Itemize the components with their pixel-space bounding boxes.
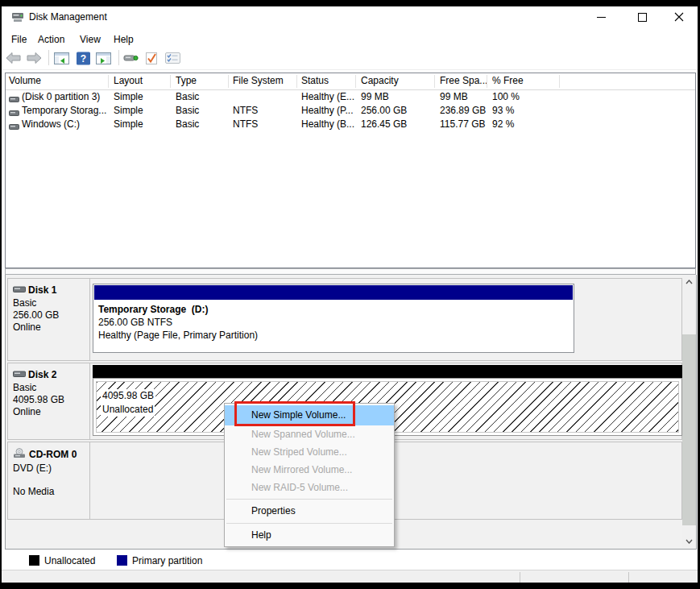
help-button[interactable]: ?	[76, 50, 91, 66]
cell-type: Basic	[176, 104, 199, 118]
console-tree-icon	[53, 52, 70, 65]
disk-management-window: Disk Management File Action View Help ?	[0, 0, 700, 589]
menu-view[interactable]: View	[77, 32, 103, 47]
close-icon	[674, 12, 684, 22]
column-header-status[interactable]: Status	[301, 75, 329, 86]
disk-status: Online	[13, 406, 89, 418]
partition-detail: 256.00 GB NTFS	[98, 316, 574, 329]
column-header-pct-free[interactable]: % Free	[492, 75, 524, 86]
cell-capacity: 99 MB	[361, 90, 389, 104]
scroll-down-button[interactable]	[682, 534, 696, 548]
disk-device-button[interactable]	[122, 50, 139, 66]
disk-kind: Basic	[13, 297, 89, 309]
column-divider[interactable]	[108, 75, 109, 88]
column-header-layout[interactable]: Layout	[114, 75, 143, 86]
cell-type: Basic	[176, 90, 199, 104]
column-divider[interactable]	[170, 75, 171, 88]
cdrom-icon	[13, 448, 27, 461]
menu-help[interactable]: Help	[111, 32, 136, 47]
disk1-info-cell[interactable]: Disk 1 Basic 256.00 GB Online	[8, 279, 90, 360]
cdrom-name: CD-ROM 0	[29, 449, 77, 460]
legend-bar: Unallocated Primary partition	[2, 550, 698, 570]
cell-free-space: 236.89 GB	[440, 104, 486, 118]
cell-file-system: NTFS	[233, 118, 258, 131]
volume-list-pane: Volume Layout Type File System Status Ca…	[5, 73, 696, 268]
cell-status: Healthy (P...	[301, 104, 353, 118]
cell-file-system: NTFS	[233, 104, 258, 118]
column-header-volume[interactable]: Volume	[9, 75, 41, 86]
maximize-button[interactable]	[630, 8, 654, 26]
action-pane-icon	[95, 52, 112, 65]
minimize-button[interactable]	[589, 8, 613, 26]
menu-separator	[226, 523, 392, 524]
column-header-type[interactable]: Type	[176, 75, 197, 86]
scrollbar-thumb[interactable]	[682, 334, 696, 525]
volume-icon	[9, 121, 19, 135]
column-divider[interactable]	[487, 75, 487, 88]
menu-item-properties[interactable]: Properties	[225, 502, 394, 521]
show-action-pane-button[interactable]	[95, 50, 112, 66]
cell-pct-free: 93 %	[492, 104, 514, 118]
pane-splitter[interactable]	[5, 268, 696, 275]
legend-swatch-unallocated	[29, 555, 39, 566]
show-console-tree-button[interactable]	[53, 50, 70, 66]
check-mark-icon	[144, 52, 159, 65]
column-divider[interactable]	[559, 75, 560, 88]
close-button[interactable]	[667, 8, 691, 26]
column-header-free-space[interactable]: Free Spa...	[440, 75, 487, 86]
disk-device-icon	[122, 52, 139, 64]
app-icon	[11, 10, 24, 27]
disk-icon	[13, 284, 26, 296]
cell-layout: Simple	[114, 118, 143, 131]
partition-label: Temporary Storage (D:)	[98, 303, 574, 316]
disk-icon	[13, 369, 26, 380]
column-header-capacity[interactable]: Capacity	[361, 75, 399, 86]
annotation-highlight-box	[234, 401, 355, 426]
vertical-scrollbar[interactable]	[682, 275, 696, 548]
disk1-row: Disk 1 Basic 256.00 GB Online Temporary …	[7, 278, 682, 361]
column-divider[interactable]	[355, 75, 356, 88]
scroll-up-button[interactable]	[682, 275, 696, 288]
column-divider[interactable]	[296, 75, 297, 88]
cell-volume: Temporary Storag...	[22, 104, 106, 118]
toolbar-divider	[2, 69, 698, 70]
cdrom-drive: DVD (E:)	[13, 462, 89, 475]
disk1-partition[interactable]: Temporary Storage (D:) 256.00 GB NTFS He…	[93, 284, 574, 353]
table-row[interactable]: (Disk 0 partition 3) Simple Basic Health…	[6, 90, 695, 104]
cdrom-media: No Media	[13, 486, 89, 498]
status-bar-divider	[520, 572, 520, 583]
menu-item-new-striped-volume: New Striped Volume...	[225, 443, 394, 461]
column-divider[interactable]	[228, 75, 229, 88]
unallocated-label: Unallocated	[101, 403, 155, 417]
cell-capacity: 126.45 GB	[361, 118, 407, 131]
check-mark-button[interactable]	[144, 50, 159, 66]
column-divider[interactable]	[434, 75, 435, 88]
menu-file[interactable]: File	[9, 32, 29, 47]
unallocated-bar	[93, 365, 682, 378]
cell-capacity: 256.00 GB	[361, 104, 407, 118]
disk2-info-cell[interactable]: Disk 2 Basic 4095.98 GB Online	[8, 363, 90, 439]
menu-action[interactable]: Action	[35, 32, 67, 47]
cell-pct-free: 100 %	[492, 90, 520, 104]
table-row[interactable]: Temporary Storag... Simple Basic NTFS He…	[6, 104, 695, 118]
toolbar-separator	[48, 50, 49, 65]
menu-separator	[226, 499, 392, 500]
volume-list-header: Volume Layout Type File System Status Ca…	[6, 73, 695, 90]
forward-button[interactable]	[26, 50, 43, 66]
legend-label-primary-partition: Primary partition	[132, 555, 202, 566]
menu-item-help[interactable]: Help	[225, 526, 394, 545]
disk-status: Online	[13, 321, 89, 334]
column-header-file-system[interactable]: File System	[233, 75, 284, 86]
cell-layout: Simple	[114, 90, 143, 104]
menu-item-new-spanned-volume: New Spanned Volume...	[225, 425, 394, 443]
forward-arrow-icon	[26, 52, 43, 64]
unallocated-size: 4095.98 GB	[101, 389, 155, 403]
legend-label-unallocated: Unallocated	[44, 555, 95, 566]
cdrom-info-cell[interactable]: CD-ROM 0 DVD (E:) No Media	[8, 442, 90, 519]
disk-size: 4095.98 GB	[13, 394, 89, 406]
window-title: Disk Management	[29, 11, 107, 23]
chevron-down-icon	[686, 539, 693, 544]
table-row[interactable]: Windows (C:) Simple Basic NTFS Healthy (…	[6, 118, 695, 131]
back-button[interactable]	[5, 50, 22, 66]
checklist-button[interactable]	[164, 50, 181, 66]
